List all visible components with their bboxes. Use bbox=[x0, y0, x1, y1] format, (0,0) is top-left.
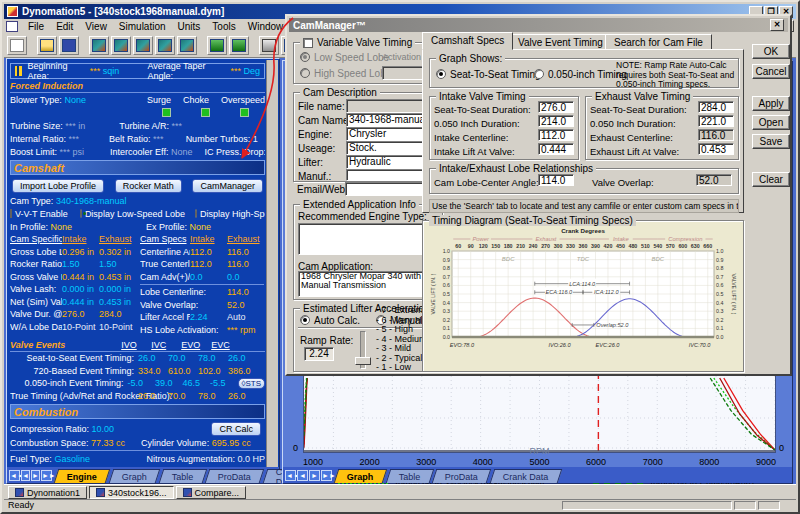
svg-text:330: 330 bbox=[566, 243, 575, 249]
app-icon bbox=[7, 6, 18, 17]
svg-text:0.4: 0.4 bbox=[716, 300, 723, 306]
open-file-button[interactable] bbox=[37, 36, 57, 55]
tab-nav-next[interactable]: ► bbox=[31, 470, 40, 481]
intake-lift-field[interactable]: 0.444 bbox=[538, 143, 574, 155]
dialog-close-button[interactable]: ✕ bbox=[770, 19, 784, 31]
tab-table[interactable]: Table bbox=[159, 469, 207, 483]
exhaust-050-duration-field[interactable]: 221.0 bbox=[698, 115, 734, 127]
tab-nav-prev[interactable]: ◄ bbox=[21, 470, 30, 481]
auto-calc-radio[interactable] bbox=[300, 315, 310, 325]
intake-centerline-field[interactable]: 112.0 bbox=[538, 129, 574, 141]
engine-tool-button-4[interactable] bbox=[155, 36, 175, 55]
engine-tabstrip: ◄◄ ◄ ► ►► Engine Graph Table ProData Cra… bbox=[7, 467, 279, 483]
tab-engine[interactable]: Engine bbox=[54, 469, 111, 483]
cam-lobe-center-angle-field[interactable]: 114.0 bbox=[538, 174, 574, 186]
dialog-title-bar[interactable]: CamManager™ ✕ bbox=[289, 18, 788, 32]
cam-spec-row: Valve Lash: 0.000 in 0.000 in bbox=[10, 283, 136, 296]
tab-table[interactable]: Table bbox=[385, 469, 433, 483]
rpm-tick-labels: 100020003000400050006000700080009000 bbox=[303, 457, 776, 467]
menu-item[interactable]: File bbox=[22, 20, 50, 33]
engine-tool-button-5[interactable] bbox=[177, 36, 197, 55]
intake-050-duration-field[interactable]: 214.0 bbox=[538, 115, 574, 127]
tab-graph[interactable]: Graph bbox=[334, 469, 387, 483]
low-speed-lobe-radio[interactable] bbox=[300, 52, 310, 62]
svg-text:0.1: 0.1 bbox=[443, 325, 450, 331]
intake-s2s-duration-field[interactable]: 276.0 bbox=[538, 101, 574, 113]
taper-angle-label: Average Taper Angle: bbox=[147, 61, 228, 81]
tab-crank-data[interactable]: Crank Data bbox=[490, 469, 562, 483]
save-file-button[interactable] bbox=[59, 36, 79, 55]
exhaust-lift-field[interactable]: 0.453 bbox=[698, 143, 734, 155]
menu-item[interactable]: View bbox=[79, 20, 113, 33]
svg-text:60: 60 bbox=[455, 243, 461, 249]
tab-camshaft-specs[interactable]: Camshaft Specs bbox=[422, 32, 513, 50]
taskbar: Dynomation1 340stock196... Compare... bbox=[4, 484, 796, 500]
rpm-tick: 8000 bbox=[699, 457, 719, 467]
display-low-speed-lobe-radio[interactable] bbox=[80, 209, 82, 218]
svg-text:LCA:114.0: LCA:114.0 bbox=[569, 281, 596, 287]
display-high-speed-lobe-radio[interactable] bbox=[195, 209, 197, 218]
status-cell bbox=[758, 501, 780, 510]
taskbar-button-340stock[interactable]: 340stock196... bbox=[89, 486, 174, 499]
high-speed-lobe-radio[interactable] bbox=[300, 68, 310, 78]
dialog-title: CamManager™ bbox=[293, 20, 366, 31]
cam-application-box[interactable]: 1968 Chrysler Mopar 340 with Manual Tran… bbox=[298, 271, 438, 297]
apply-button[interactable]: Apply bbox=[752, 96, 790, 111]
run-simulation-button[interactable] bbox=[207, 36, 227, 55]
tab-search-for-cam-file[interactable]: Search for Cam File bbox=[605, 34, 712, 50]
tab-valve-event-timing[interactable]: Valve Event Timing bbox=[509, 34, 612, 50]
menu-item[interactable]: Window bbox=[242, 20, 290, 33]
menu-item[interactable]: Tools bbox=[206, 20, 241, 33]
document-icon bbox=[96, 488, 105, 497]
cancel-button[interactable]: Cancel bbox=[752, 64, 790, 79]
tab-prodata[interactable]: ProData bbox=[432, 469, 492, 483]
cam-spec-row: Rocker Ratio: 1.50 1.50 bbox=[10, 258, 136, 271]
engine-tool-button-3[interactable] bbox=[133, 36, 153, 55]
print-button[interactable] bbox=[259, 36, 279, 55]
ramp-rate-slider-thumb[interactable] bbox=[355, 357, 371, 365]
import-lobe-profile-button[interactable]: Import Lobe Profile bbox=[12, 179, 104, 193]
exhaust-s2s-duration-field[interactable]: 284.0 bbox=[698, 101, 734, 113]
tab-nav-prev[interactable]: ◄ bbox=[297, 470, 308, 481]
vvt-enable-checkbox[interactable] bbox=[10, 209, 12, 218]
taskbar-button-compare[interactable]: Compare... bbox=[176, 486, 247, 499]
tab-nav-first[interactable]: ◄◄ bbox=[9, 470, 20, 481]
menu-item[interactable]: Units bbox=[172, 20, 207, 33]
svg-text:120: 120 bbox=[479, 243, 488, 249]
recommended-engine-type-box[interactable] bbox=[298, 223, 438, 255]
tab-graph[interactable]: Graph bbox=[109, 469, 161, 483]
document-icon[interactable] bbox=[6, 21, 18, 32]
compression-ratio-value: 10.00 bbox=[92, 424, 115, 434]
engine-tool-button-1[interactable] bbox=[89, 36, 109, 55]
print-icon bbox=[262, 39, 276, 52]
seat-to-seat-timing-radio[interactable] bbox=[436, 69, 446, 79]
inch-timing-radio[interactable] bbox=[534, 69, 544, 79]
svg-text:Crank Degrees: Crank Degrees bbox=[561, 227, 605, 234]
cammanager-button[interactable]: CamManager bbox=[192, 179, 263, 193]
beginning-area-label: Beginning Area: bbox=[28, 61, 88, 81]
menu-item[interactable]: Edit bbox=[50, 20, 79, 33]
svg-text:IVO:26.0: IVO:26.0 bbox=[548, 342, 571, 348]
tab-nav-next[interactable]: ► bbox=[309, 470, 320, 481]
tab-prodata[interactable]: ProData bbox=[205, 469, 265, 483]
menu-item[interactable]: Simulation bbox=[113, 20, 172, 33]
rocker-math-button[interactable]: Rocker Math bbox=[115, 179, 182, 193]
cr-calc-button[interactable]: CR Calc bbox=[211, 422, 261, 436]
engine-tool-button-2[interactable] bbox=[111, 36, 131, 55]
clear-button[interactable]: Clear bbox=[752, 172, 790, 187]
tab-nav-first[interactable]: ◄◄ bbox=[285, 470, 296, 481]
open-button[interactable]: Open bbox=[752, 115, 790, 130]
tab-nav-last[interactable]: ►► bbox=[321, 470, 332, 481]
stop-simulation-button[interactable] bbox=[229, 36, 249, 55]
engine-vertical-scrollbar[interactable] bbox=[266, 60, 278, 467]
tab-nav-last[interactable]: ►► bbox=[41, 470, 52, 481]
resize-grip[interactable] bbox=[782, 501, 794, 510]
new-file-button[interactable] bbox=[7, 36, 27, 55]
lifter-acceleration-group: Estimated Lifter Acceleration Auto Calc.… bbox=[293, 308, 443, 372]
sts-button[interactable]: ◊STS bbox=[238, 378, 265, 389]
ok-button[interactable]: OK bbox=[752, 44, 790, 59]
save-button[interactable]: Save bbox=[752, 134, 790, 149]
timing-diagram-group: Timing Diagram (Seat-To-Seat Timing Spec… bbox=[422, 220, 744, 372]
taskbar-button-dynomation1[interactable]: Dynomation1 bbox=[8, 486, 87, 499]
variable-valve-timing-checkbox[interactable] bbox=[303, 38, 313, 48]
